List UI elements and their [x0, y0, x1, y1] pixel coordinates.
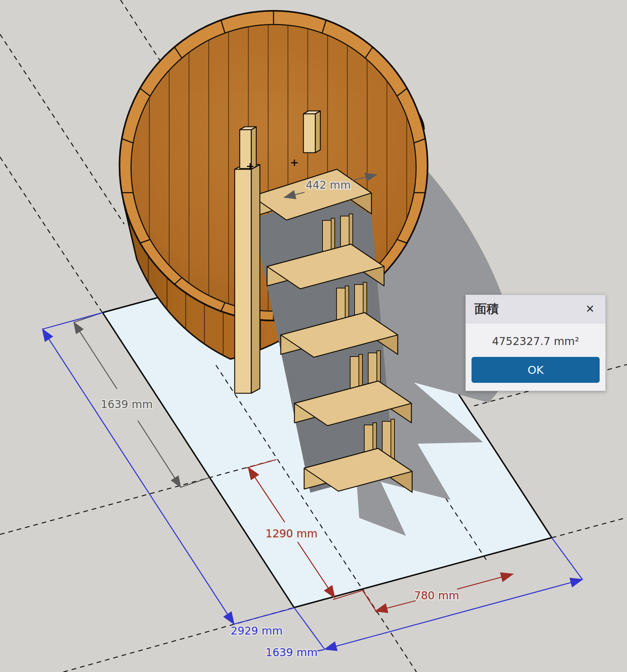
dimension-label: 780 mm	[414, 589, 459, 602]
dimension-label: 442 mm	[306, 179, 351, 191]
dimension-label: 1639 mm	[101, 398, 153, 411]
stair-rail-post	[235, 165, 260, 393]
dimension-label: 1290 mm	[266, 527, 317, 540]
dimension-label: 2929 mm	[231, 624, 283, 637]
dimension-label: 1639 mm	[266, 646, 317, 659]
area-dialog-header: 面積 ✕	[466, 295, 605, 323]
area-dialog: 面積 ✕ 4752327.7 mm² OK	[465, 295, 606, 391]
ok-button[interactable]: OK	[472, 357, 600, 383]
area-value: 4752327.7 mm²	[466, 335, 605, 348]
dialog-title: 面積	[474, 301, 499, 317]
close-icon[interactable]: ✕	[583, 303, 597, 315]
